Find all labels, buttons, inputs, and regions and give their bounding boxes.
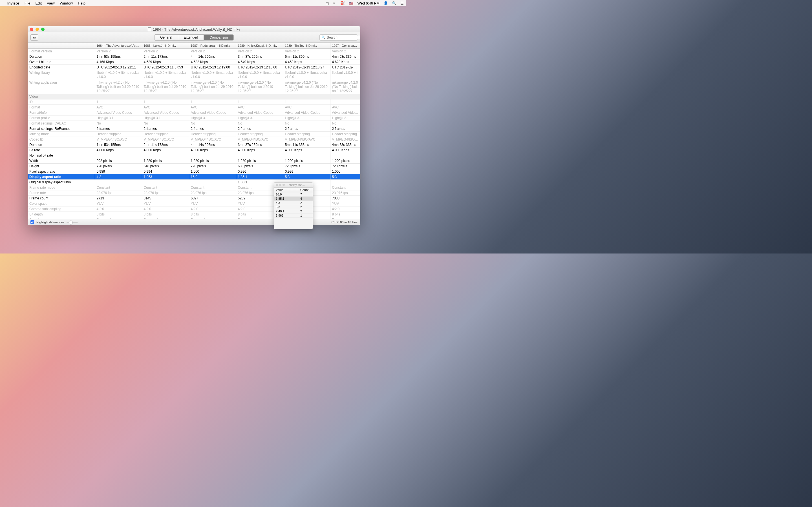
notifications-icon[interactable]: ☰	[400, 1, 404, 5]
clock[interactable]: Wed 6:46 PM	[357, 1, 379, 5]
file-column[interactable]: 1987 - Reds.dream_HD.mkv	[189, 43, 236, 49]
popup-row[interactable]: 5:32	[274, 205, 313, 209]
menu-view[interactable]: View	[47, 1, 55, 5]
wifi-icon[interactable]: ᯤ	[333, 1, 336, 5]
highlight-checkbox[interactable]	[31, 220, 34, 224]
cell-value: 2 frames	[283, 126, 330, 131]
cell-value: 5:3	[283, 174, 330, 180]
cell-value: 2713	[95, 196, 142, 201]
cell-value: Header stripping	[236, 131, 283, 137]
cell-value: Version 2	[189, 49, 236, 54]
table-row[interactable]: Muxing modeHeader strippingHeader stripp…	[28, 131, 360, 137]
table-row[interactable]: Overall bit rate4 166 Kbps4 639 Kbps4 63…	[28, 59, 360, 65]
search-field[interactable]: 🔍	[319, 34, 357, 41]
file-column[interactable]: 1984 - The.Adventures.of.An…	[95, 43, 142, 49]
menu-help[interactable]: Help	[78, 1, 86, 5]
cell-value: libebml v1.0.0 + libmatroska v1.0.0	[236, 70, 283, 80]
cell-value: 720 pixels	[189, 164, 236, 169]
table-row[interactable]: Format settings, CABACNoNoNoNoNoNo	[28, 121, 360, 126]
table-row[interactable]: FormatAVCAVCAVCAVCAVCAVC	[28, 105, 360, 110]
cell-value: 5mn 11s 360ms	[283, 54, 330, 59]
cell-value: 1	[95, 100, 142, 105]
airplay-icon[interactable]: ▢	[325, 1, 329, 5]
table-row[interactable]: Format settings, ReFrames2 frames2 frame…	[28, 126, 360, 131]
popup-row[interactable]: 2.40:12	[274, 209, 313, 214]
table-row[interactable]: Display aspect ratio4:31.96316:91.85:15:…	[28, 174, 360, 180]
tab-comparison[interactable]: Comparison	[204, 35, 234, 40]
table-row[interactable]: Height720 pixels648 pixels720 pixels688 …	[28, 164, 360, 169]
menu-edit[interactable]: Edit	[36, 1, 42, 5]
table-row[interactable]: Duration1mn 53s 155ms2mn 11s 173ms4mn 14…	[28, 54, 360, 59]
cell-value: 1.963	[142, 174, 189, 180]
cell-value: 2 frames	[189, 126, 236, 131]
cell-value: 6097	[189, 196, 236, 201]
cell-value: 4:2:0	[189, 207, 236, 212]
file-column[interactable]: 1989 - Tin.Toy_HD.mkv	[283, 43, 330, 49]
popup-row[interactable]: 4:32	[274, 201, 313, 205]
table-row[interactable]: Format versionVersion 2Version 2Version …	[28, 49, 360, 54]
file-column[interactable]: 1997 - Geri's.game_	[330, 43, 360, 49]
popup-row[interactable]: 16:97	[274, 192, 313, 196]
table-row[interactable]: Width992 pixels1 280 pixels1 280 pixels1…	[28, 158, 360, 164]
popup-row[interactable]: 1.9631	[274, 214, 313, 218]
spotlight-icon[interactable]: 🔍	[392, 1, 396, 5]
cell-value: 23.976 fps	[142, 190, 189, 196]
menu-window[interactable]: Window	[60, 1, 73, 5]
cell-value: No	[330, 121, 360, 126]
file-column[interactable]: 1986 - Luxo.Jr_HD.mkv	[142, 43, 189, 49]
property-label: Nominal bit rate	[28, 153, 95, 158]
battery-icon[interactable]: ⛽	[340, 1, 345, 5]
tab-extended[interactable]: Extended	[178, 35, 204, 40]
cell-value: 1.85:1	[236, 174, 283, 180]
property-label: Format/Info	[28, 110, 95, 115]
cell-value: 1.000	[189, 169, 236, 174]
cell-value: 4 000 Kbps	[330, 148, 360, 153]
cell-value: UTC 2012-02-13 1	[330, 65, 360, 70]
cell-value	[189, 153, 236, 158]
menubar: Invisor File Edit View Window Help ▢ ᯤ ⛽…	[0, 0, 406, 6]
zoom-slider[interactable]	[66, 222, 78, 223]
highlight-label: Highlight differences	[36, 221, 64, 224]
cell-value	[142, 180, 189, 185]
cell-value: Version 2	[142, 49, 189, 54]
property-label: Bit rate	[28, 148, 95, 153]
cell-value: No	[95, 121, 142, 126]
popup-row[interactable]: 1.85:14	[274, 196, 313, 201]
flag-icon[interactable]: 🇺🇸	[349, 1, 353, 5]
document-icon	[148, 27, 151, 31]
cell-value: 720 pixels	[330, 164, 360, 169]
table-row[interactable]: Nominal bit rate	[28, 153, 360, 158]
cell-value: Advanced Video Codec	[283, 110, 330, 115]
sidebar-toggle-button[interactable]: ▭	[31, 34, 38, 41]
table-row[interactable]: Format profileHigh@L3.1High@L3.1High@L3.…	[28, 115, 360, 121]
property-column[interactable]	[28, 43, 95, 49]
cell-value: UTC 2012-02-13 12:18:00	[236, 65, 283, 70]
cell-value: V_MPEG4/ISO/AVC	[236, 137, 283, 142]
window-title: 1984 - The.Adventures.of.André.and.Wally…	[153, 27, 240, 32]
table-row[interactable]: Duration1mn 53s 155ms2mn 11s 173ms4mn 14…	[28, 142, 360, 148]
table-row[interactable]: Pixel aspect ratio0.9890.9941.0000.9960.…	[28, 169, 360, 174]
table-row[interactable]: ID111111	[28, 100, 360, 105]
cell-value: Header stripping	[330, 131, 360, 137]
tab-general[interactable]: General	[154, 35, 178, 40]
user-icon[interactable]: 👤	[384, 1, 388, 5]
cell-value: Advanced Video Codec	[189, 110, 236, 115]
search-input[interactable]	[327, 36, 360, 40]
table-row[interactable]: Encoded dateUTC 2012-02-13 12:21:11UTC 2…	[28, 65, 360, 70]
table-row[interactable]: Writing librarylibebml v1.0.0 + libmatro…	[28, 70, 360, 80]
table-row[interactable]: Codec IDV_MPEG4/ISO/AVCV_MPEG4/ISO/AVCV_…	[28, 137, 360, 142]
search-icon: 🔍	[321, 36, 326, 40]
popup-col-value[interactable]: Value	[274, 187, 299, 192]
table-row[interactable]: Bit rate4 000 Kbps4 000 Kbps4 000 Kbps4 …	[28, 148, 360, 153]
menu-file[interactable]: File	[24, 1, 31, 5]
cell-value: Version 2	[330, 49, 360, 54]
app-menu[interactable]: Invisor	[7, 1, 19, 5]
cell-value: V_MPEG4/ISO/AVC	[283, 137, 330, 142]
cell-value: 1mn 53s 155ms	[95, 54, 142, 59]
popup-col-count[interactable]: Count	[299, 187, 313, 192]
table-row[interactable]: Writing applicationmkvmerge v4.2.0 ('No …	[28, 80, 360, 94]
cell-value: 4 000 Kbps	[236, 148, 283, 153]
cell-value: 8 bits	[142, 212, 189, 217]
table-row[interactable]: Format/InfoAdvanced Video CodecAdvanced …	[28, 110, 360, 115]
file-column[interactable]: 1989 - Knick.Knack_HD.mkv	[236, 43, 283, 49]
